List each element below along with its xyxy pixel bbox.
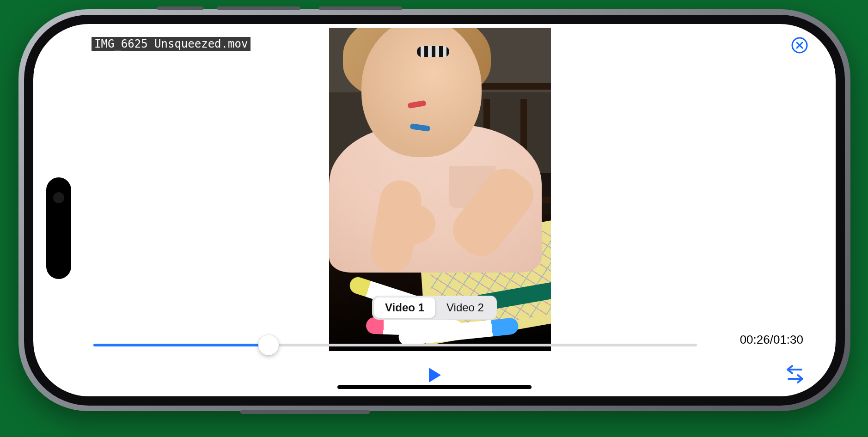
phone-side-button: [217, 6, 300, 10]
filename-label: IMG_6625 Unsqueezed.mov: [92, 37, 251, 51]
scrubber-thumb[interactable]: [258, 335, 279, 355]
phone-bezel: IMG_6625 Unsqueezed.mov X: [24, 15, 845, 406]
close-circle-icon: [791, 37, 808, 54]
phone-side-button: [157, 6, 203, 10]
video-select-segmented[interactable]: Video 1 Video 2: [372, 296, 497, 320]
video-compare-app: IMG_6625 Unsqueezed.mov X: [33, 24, 836, 396]
phone-frame: IMG_6625 Unsqueezed.mov X: [18, 9, 850, 411]
segment-video-2[interactable]: Video 2: [435, 297, 495, 318]
phone-screen: IMG_6625 Unsqueezed.mov X: [33, 24, 836, 396]
scrubber-fill: [93, 344, 269, 346]
close-button[interactable]: X: [791, 37, 808, 54]
play-icon: [425, 366, 444, 384]
swap-button[interactable]: [783, 362, 807, 388]
time-display: 00:26/01:30: [740, 333, 803, 347]
phone-side-button: [240, 410, 370, 414]
play-button[interactable]: [425, 366, 444, 386]
swap-horizontal-icon: [783, 362, 807, 386]
segment-video-1[interactable]: Video 1: [374, 297, 435, 318]
playback-scrubber[interactable]: [93, 337, 697, 353]
home-indicator[interactable]: [337, 385, 532, 389]
phone-side-button: [319, 6, 402, 10]
